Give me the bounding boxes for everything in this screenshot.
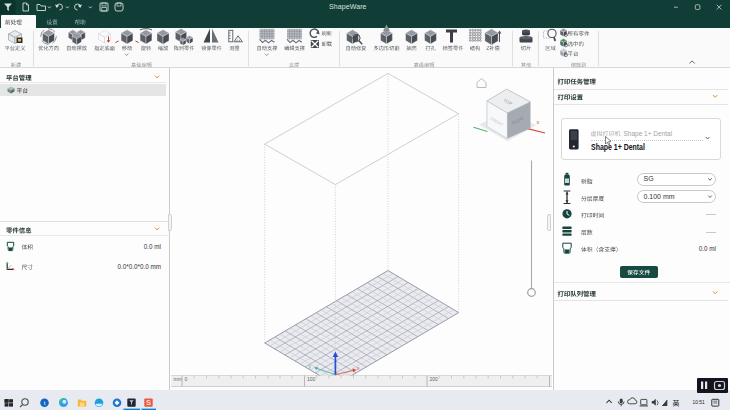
svg-text:S: S: [146, 398, 151, 407]
